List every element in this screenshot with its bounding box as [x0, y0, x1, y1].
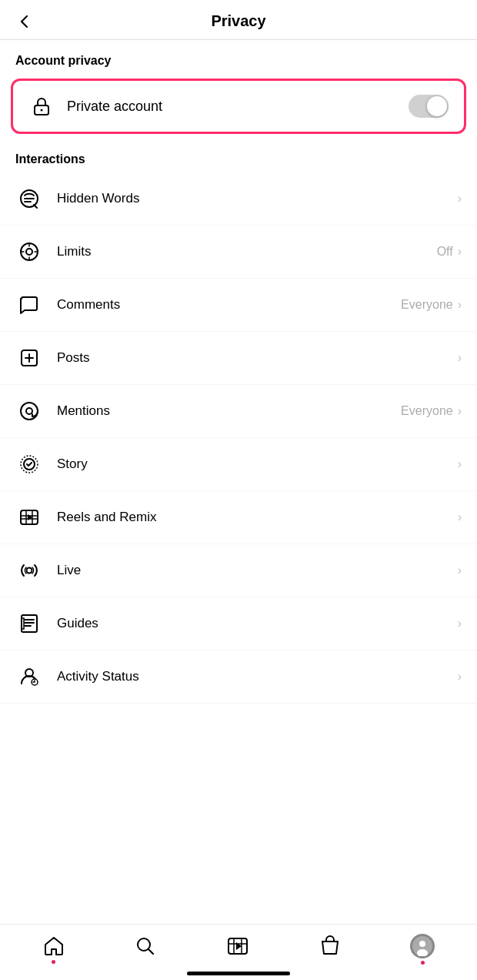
nav-profile[interactable]	[410, 934, 435, 958]
reels-icon	[15, 503, 43, 531]
mentions-row[interactable]: Mentions Everyone ›	[0, 385, 477, 438]
hidden-words-chevron: ›	[458, 192, 462, 206]
live-chevron: ›	[458, 564, 462, 577]
live-icon	[15, 557, 43, 584]
guides-icon	[15, 610, 43, 637]
mentions-label: Mentions	[57, 403, 401, 419]
comments-row[interactable]: Comments Everyone ›	[0, 279, 477, 332]
private-account-row[interactable]: Private account	[11, 79, 466, 134]
page-title: Privacy	[211, 12, 265, 30]
posts-icon	[15, 344, 43, 372]
private-account-toggle[interactable]	[409, 95, 449, 118]
home-indicator	[187, 972, 290, 975]
svg-point-4	[26, 249, 32, 255]
back-button[interactable]	[15, 12, 34, 31]
private-account-label: Private account	[67, 99, 409, 115]
reels-row[interactable]: Reels and Remix ›	[0, 491, 477, 544]
comments-chevron: ›	[458, 298, 462, 312]
hidden-words-row[interactable]: Hidden Words ›	[0, 172, 477, 226]
limits-row[interactable]: Limits Off ›	[0, 226, 477, 279]
mentions-value: Everyone	[401, 404, 453, 418]
guides-label: Guides	[57, 616, 458, 631]
interactions-label: Interactions	[0, 139, 477, 172]
activity-status-row[interactable]: Activity Status ›	[0, 651, 477, 704]
story-chevron: ›	[458, 457, 462, 471]
svg-marker-11	[28, 514, 32, 520]
activity-status-label: Activity Status	[57, 669, 458, 684]
guides-chevron: ›	[458, 617, 462, 630]
activity-icon	[15, 663, 43, 691]
reels-chevron: ›	[458, 510, 462, 524]
svg-point-6	[21, 403, 38, 420]
profile-avatar	[410, 934, 435, 958]
comments-label: Comments	[57, 297, 401, 313]
comments-icon	[15, 291, 43, 319]
limits-label: Limits	[57, 244, 437, 259]
profile-nav-dot	[421, 961, 425, 965]
activity-status-chevron: ›	[458, 670, 462, 684]
account-privacy-label: Account privacy	[0, 40, 477, 74]
posts-chevron: ›	[458, 351, 462, 365]
limits-value: Off	[437, 245, 453, 259]
reels-label: Reels and Remix	[57, 510, 458, 525]
guides-row[interactable]: Guides ›	[0, 597, 477, 651]
nav-shop[interactable]	[319, 935, 342, 958]
svg-point-12	[27, 568, 32, 574]
svg-point-1	[41, 109, 43, 112]
posts-row[interactable]: Posts ›	[0, 332, 477, 385]
hidden-words-icon	[15, 185, 43, 212]
svg-point-20	[419, 941, 425, 947]
posts-label: Posts	[57, 350, 458, 366]
nav-search[interactable]	[134, 935, 157, 958]
story-icon	[15, 450, 43, 478]
comments-value: Everyone	[401, 298, 453, 312]
limits-chevron: ›	[458, 245, 462, 259]
limits-icon	[15, 238, 43, 266]
mentions-chevron: ›	[458, 404, 462, 418]
live-label: Live	[57, 563, 458, 578]
nav-reels[interactable]	[226, 935, 249, 958]
live-row[interactable]: Live ›	[0, 544, 477, 597]
header: Privacy	[0, 0, 477, 40]
nav-home[interactable]	[42, 935, 65, 958]
hidden-words-label: Hidden Words	[57, 191, 458, 206]
story-row[interactable]: Story ›	[0, 438, 477, 491]
svg-point-7	[26, 408, 32, 414]
home-nav-dot	[52, 960, 55, 964]
story-label: Story	[57, 457, 458, 472]
mentions-icon	[15, 397, 43, 425]
lock-icon	[28, 93, 55, 119]
